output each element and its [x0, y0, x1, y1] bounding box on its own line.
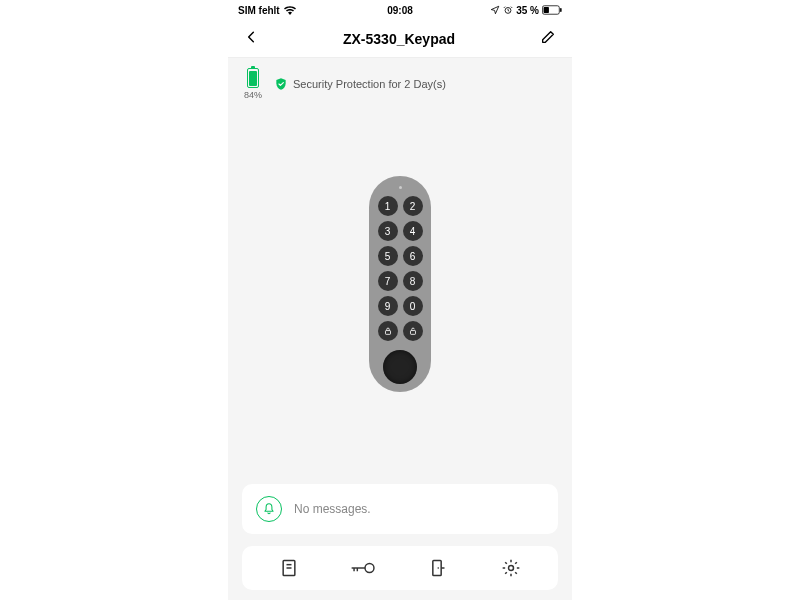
gear-icon [501, 558, 521, 578]
content-area: 84% Security Protection for 2 Day(s) 12 … [228, 58, 572, 600]
security-status: Security Protection for 2 Day(s) [274, 77, 446, 91]
edit-button[interactable] [540, 29, 556, 49]
back-button[interactable] [244, 28, 258, 49]
key-5: 5 [378, 246, 398, 266]
svg-point-16 [509, 566, 514, 571]
fingerprint-sensor [383, 350, 417, 384]
key-8: 8 [403, 271, 423, 291]
status-time: 09:08 [387, 5, 413, 16]
chevron-left-icon [244, 30, 258, 44]
bell-icon [262, 502, 276, 516]
keypad-led [399, 186, 402, 189]
svg-point-9 [365, 564, 374, 573]
door-button[interactable] [417, 558, 457, 578]
battery-pct-status: 35 % [516, 5, 539, 16]
key-3: 3 [378, 221, 398, 241]
key-4: 4 [403, 221, 423, 241]
messages-card[interactable]: No messages. [242, 484, 558, 534]
log-icon [279, 558, 299, 578]
alarm-icon [503, 5, 513, 15]
pencil-icon [540, 29, 556, 45]
keypad-container: 12 34 56 78 90 [228, 110, 572, 478]
lock-icon [383, 326, 393, 336]
key-0: 0 [403, 296, 423, 316]
wifi-icon [284, 6, 296, 15]
key-6: 6 [403, 246, 423, 266]
location-icon [490, 5, 500, 15]
shield-check-icon [274, 77, 288, 91]
battery-pct-label: 84% [244, 90, 262, 100]
key-lock [378, 321, 398, 341]
bottom-action-bar [242, 546, 558, 590]
key-button[interactable] [343, 558, 383, 578]
page-title: ZX-5330_Keypad [343, 31, 455, 47]
unlock-icon [408, 326, 418, 336]
messages-text: No messages. [294, 502, 371, 516]
log-button[interactable] [269, 558, 309, 578]
keypad-device: 12 34 56 78 90 [369, 176, 431, 392]
sim-status: SIM fehlt [238, 5, 280, 16]
key-2: 2 [403, 196, 423, 216]
key-icon [350, 558, 376, 578]
key-1: 1 [378, 196, 398, 216]
battery-status-icon [542, 5, 562, 15]
key-unlock [403, 321, 423, 341]
battery-icon [247, 68, 259, 88]
key-9: 9 [378, 296, 398, 316]
security-text: Security Protection for 2 Day(s) [293, 78, 446, 90]
settings-button[interactable] [491, 558, 531, 578]
device-battery: 84% [244, 68, 262, 100]
svg-rect-3 [560, 8, 562, 12]
nav-bar: ZX-5330_Keypad [228, 20, 572, 58]
status-bar: SIM fehlt 09:08 35 % [228, 0, 572, 20]
status-info-row: 84% Security Protection for 2 Day(s) [228, 58, 572, 110]
bell-icon-wrap [256, 496, 282, 522]
key-7: 7 [378, 271, 398, 291]
svg-rect-5 [410, 331, 415, 335]
svg-rect-4 [385, 331, 390, 335]
svg-point-15 [437, 567, 439, 569]
door-icon [427, 558, 447, 578]
svg-rect-2 [544, 7, 549, 13]
app-screen: SIM fehlt 09:08 35 % ZX-5330_Keypad [228, 0, 572, 600]
svg-rect-13 [433, 561, 441, 576]
